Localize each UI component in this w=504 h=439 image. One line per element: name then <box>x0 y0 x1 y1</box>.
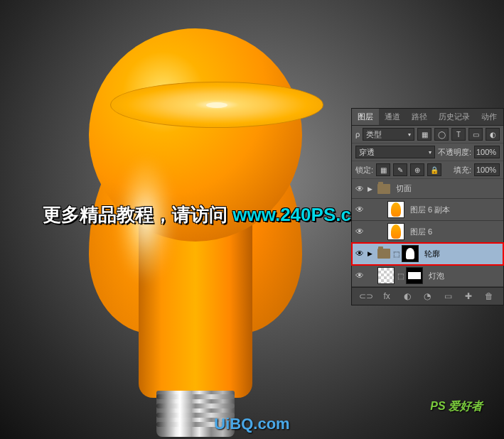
layer-name[interactable]: 图层 6 副本 <box>407 205 500 215</box>
folder-icon <box>377 184 390 194</box>
opacity-label: 不透明度: <box>438 147 471 158</box>
delete-layer-button[interactable]: 🗑 <box>483 291 495 302</box>
lock-label: 锁定: <box>355 165 373 175</box>
layer-kind-dropdown[interactable]: 类型 ▾ <box>363 128 414 141</box>
tab-history[interactable]: 历史记录 <box>433 109 476 125</box>
panel-bottom-bar: ⊂⊃ fx ◐ ◔ ▭ ✚ 🗑 <box>352 287 503 305</box>
layer-thumbnail[interactable] <box>377 267 395 284</box>
lock-position-icon[interactable]: ⊕ <box>410 163 424 176</box>
filter-row: ρ 类型 ▾ ▦ ◯ T ▭ ◐ <box>352 126 503 143</box>
visibility-toggle[interactable]: 👁 <box>355 227 365 237</box>
visibility-toggle[interactable]: 👁 <box>355 205 365 215</box>
panel-tabs: 图层 通道 路径 历史记录 动作 <box>352 109 503 126</box>
layer-group-outline[interactable]: 👁 ▶ ⬚ 轮廓 <box>352 243 503 265</box>
fill-value: 100% <box>476 166 496 174</box>
thread <box>156 403 235 408</box>
disclosure-triangle-icon[interactable]: ▶ <box>368 185 375 193</box>
adjustment-layer-button[interactable]: ◔ <box>422 291 433 302</box>
folder-icon <box>377 249 390 259</box>
layers-panel: 图层 通道 路径 历史记录 动作 ρ 类型 ▾ ▦ ◯ T ▭ ◐ 穿透 ▾ 不… <box>351 108 504 305</box>
overlay-prefix: 更多精品教程，请访问 <box>43 204 232 225</box>
layer-6[interactable]: 👁 图层 6 <box>352 221 503 243</box>
thumbnail-preview <box>391 224 401 239</box>
layer-name[interactable]: 灯泡 <box>426 271 500 281</box>
filter-shape-icon[interactable]: ▭ <box>468 128 483 141</box>
visibility-toggle[interactable]: 👁 <box>355 271 365 281</box>
thumbnail-preview <box>391 202 401 217</box>
opacity-value: 100% <box>476 148 496 156</box>
blend-value: 穿透 <box>359 147 375 158</box>
kind-icon: ρ <box>355 130 360 139</box>
tab-channels[interactable]: 通道 <box>379 109 406 125</box>
layer-name[interactable]: 图层 6 <box>407 227 500 237</box>
tab-actions[interactable]: 动作 <box>476 109 503 125</box>
lock-row: 锁定: ▦ ✎ ⊕ 🔒 填充: 100% <box>352 161 503 179</box>
layer-mask-thumbnail[interactable] <box>402 245 419 262</box>
thread <box>156 394 235 399</box>
layer-name[interactable]: 切面 <box>393 183 500 194</box>
mask-shape <box>408 272 421 279</box>
fill-input[interactable]: 100% <box>474 163 500 176</box>
slice-center <box>206 102 227 108</box>
layer-mask-button[interactable]: ◐ <box>402 291 413 302</box>
layer-list: 👁 ▶ 切面 👁 图层 6 副本 👁 图层 6 👁 ▶ ⬚ 轮廓 <box>352 179 503 287</box>
visibility-toggle[interactable]: 👁 <box>355 249 365 259</box>
layer-thumbnail[interactable] <box>387 223 404 240</box>
layer-copy[interactable]: 👁 图层 6 副本 <box>352 199 503 221</box>
layer-name[interactable]: 轮廓 <box>422 249 500 259</box>
layer-thumbnail[interactable] <box>387 201 404 218</box>
filter-type-icon[interactable]: T <box>451 128 466 141</box>
link-layers-button[interactable]: ⊂⊃ <box>360 291 372 302</box>
lock-transparent-icon[interactable]: ▦ <box>376 163 390 176</box>
watermark-ps: PS 爱好者 <box>430 399 483 414</box>
filter-smart-icon[interactable]: ◐ <box>486 128 500 141</box>
filter-pixel-icon[interactable]: ▦ <box>417 128 431 141</box>
chevron-down-icon: ▾ <box>408 131 411 138</box>
artwork-bulb <box>68 28 323 426</box>
blend-mode-dropdown[interactable]: 穿透 ▾ <box>355 146 435 158</box>
lock-all-icon[interactable]: 🔒 <box>427 163 441 176</box>
disclosure-triangle-icon[interactable]: ▶ <box>368 250 375 257</box>
opacity-input[interactable]: 100% <box>474 146 500 158</box>
new-layer-button[interactable]: ✚ <box>463 291 474 302</box>
filter-adjustment-icon[interactable]: ◯ <box>434 128 449 141</box>
kind-label: 类型 <box>366 129 382 140</box>
tab-paths[interactable]: 路径 <box>406 109 433 125</box>
orange-slice <box>110 82 323 128</box>
link-icon: ⬚ <box>393 250 399 258</box>
blend-row: 穿透 ▾ 不透明度: 100% <box>352 143 503 161</box>
link-icon: ⬚ <box>397 272 403 280</box>
new-group-button[interactable]: ▭ <box>442 291 454 302</box>
chevron-down-icon: ▾ <box>429 149 431 156</box>
layer-bulb[interactable]: 👁 ⬚ 灯泡 <box>352 265 503 287</box>
lock-pixels-icon[interactable]: ✎ <box>393 163 407 176</box>
watermark-uibq: UiBQ.com <box>214 415 289 433</box>
tab-layers[interactable]: 图层 <box>352 109 379 125</box>
visibility-toggle[interactable]: 👁 <box>355 184 365 194</box>
layer-mask-thumbnail[interactable] <box>406 267 423 284</box>
fill-label: 填充: <box>454 165 471 175</box>
layer-style-button[interactable]: fx <box>381 291 392 302</box>
overlay-promo-text: 更多精品教程，请访问 www.240PS.com <box>43 202 379 227</box>
mask-shape <box>406 248 414 259</box>
layer-group-slice[interactable]: 👁 ▶ 切面 <box>352 179 503 199</box>
